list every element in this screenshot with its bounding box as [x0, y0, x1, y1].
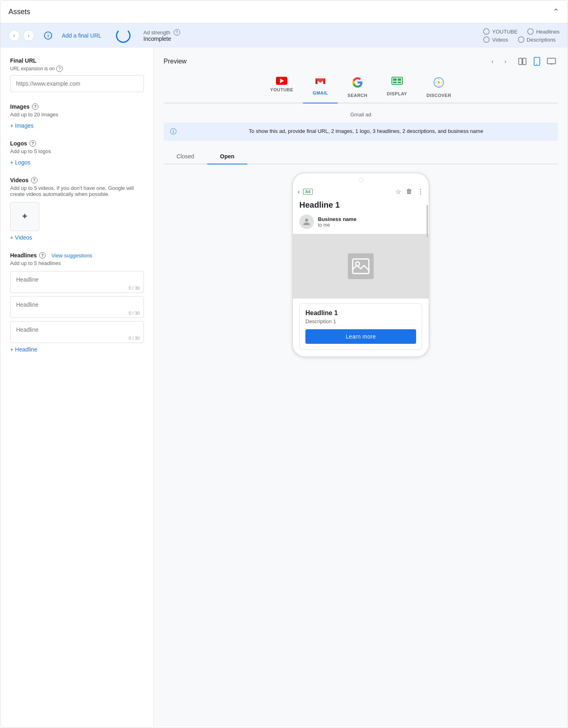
headlines-subtitle: Add up to 5 headlines [10, 260, 144, 266]
right-panel: Preview ‹ › [154, 48, 568, 726]
ad-strength-value: Incomplete [143, 36, 180, 42]
headline-input-1-wrap: 0 / 30 [10, 271, 144, 293]
sender-name: Business name [318, 216, 356, 222]
ad-card-description: Description 1 [305, 318, 416, 324]
tab-gmail[interactable]: GMAIL [303, 74, 338, 103]
headline-input-2[interactable] [10, 296, 144, 318]
phone-scrollbar [427, 205, 428, 237]
ad-strength-help-icon[interactable]: ? [174, 29, 180, 36]
preview-title: Preview [164, 58, 187, 65]
indicator-row-1: YOUTUBE Headlines [483, 28, 560, 35]
char-count-1: 0 / 30 [128, 286, 140, 290]
logos-help-icon[interactable]: ? [29, 140, 36, 147]
preview-desktop-view-button[interactable] [545, 56, 558, 67]
indicator-images: YOUTUBE [483, 28, 518, 35]
headlines-title: Headlines ? View suggestions [10, 252, 144, 259]
more-icon[interactable]: ⋮ [417, 188, 424, 196]
progress-circle [116, 28, 130, 43]
videos-title: Videos ? [10, 177, 144, 183]
sender-to: to me [318, 222, 356, 228]
nav-next-button[interactable]: › [23, 30, 34, 41]
trash-icon[interactable]: 🗑 [406, 188, 412, 196]
google-icon [352, 77, 363, 90]
tab-search-label: SEARCH [347, 93, 367, 98]
nav-prev-button[interactable]: ‹ [8, 30, 20, 41]
info-icon[interactable]: i [44, 32, 52, 40]
preview-split-view-button[interactable] [516, 56, 529, 67]
add-url-label[interactable]: Add a final URL [62, 32, 101, 39]
gmail-icon [315, 77, 326, 88]
char-count-3: 0 / 30 [128, 336, 140, 341]
tab-youtube[interactable]: YOUTUBE [261, 74, 303, 103]
tab-discover[interactable]: DISCOVER [417, 74, 461, 103]
email-sender: Business name to me [293, 213, 429, 234]
tab-open[interactable]: Open [207, 149, 248, 164]
headline-input-2-wrap: 0 / 30 [10, 296, 144, 318]
video-placeholder: ✦ [10, 202, 39, 231]
final-url-section: Final URL URL expansion is on ? [10, 57, 144, 92]
info-box-icon: ⓘ [170, 128, 177, 136]
logos-section: Logos ? Add up to 5 logos + Logos [10, 140, 144, 166]
headlines-section: Headlines ? View suggestions Add up to 5… [10, 252, 144, 353]
headline-input-3[interactable] [10, 321, 144, 343]
add-videos-button[interactable]: + Videos [10, 234, 144, 241]
main-content: Final URL URL expansion is on ? Images ?… [0, 48, 568, 726]
add-headline-button[interactable]: + Headline [10, 346, 144, 353]
final-url-title: Final URL [10, 57, 144, 64]
sender-avatar [299, 215, 314, 229]
url-input[interactable] [10, 75, 144, 92]
indicator-row-2: Videos Descriptions [483, 36, 560, 43]
url-expansion-label: URL expansion is on ? [10, 65, 144, 72]
ad-badge: Ad [303, 189, 312, 195]
svg-rect-10 [398, 78, 401, 81]
tab-closed[interactable]: Closed [164, 149, 207, 164]
videos-help-icon[interactable]: ? [31, 177, 38, 183]
sparkles-icon: ✦ [21, 211, 28, 222]
headline-input-3-wrap: 0 / 30 [10, 321, 144, 343]
images-subtitle: Add up to 20 images [10, 112, 144, 118]
indicator-circle-videos [483, 36, 490, 43]
preview-mobile-view-button[interactable] [530, 56, 543, 67]
page-title: Assets [8, 8, 30, 16]
sender-info: Business name to me [318, 216, 356, 228]
left-panel: Final URL URL expansion is on ? Images ?… [0, 48, 154, 726]
info-box-text: To show this ad, provide final URL, 2 im… [181, 127, 551, 135]
header: Assets ⌃ [0, 0, 568, 23]
view-suggestions-link[interactable]: View suggestions [51, 252, 92, 259]
videos-subtitle: Add up to 5 videos. If you don't have on… [10, 185, 144, 197]
tab-search[interactable]: SEARCH [338, 74, 377, 103]
preview-prev-button[interactable]: ‹ [487, 56, 498, 67]
platform-tabs: YOUTUBE GMAIL [164, 74, 558, 103]
ad-card: Headline 1 Description 1 Learn more [299, 303, 422, 350]
images-help-icon[interactable]: ? [32, 103, 38, 110]
collapse-button[interactable]: ⌃ [553, 7, 560, 17]
preview-next-button[interactable]: › [500, 56, 511, 67]
add-logos-button[interactable]: + Logos [10, 159, 144, 166]
svg-point-3 [536, 64, 537, 65]
star-icon[interactable]: ☆ [395, 188, 401, 196]
headlines-help-icon[interactable]: ? [39, 252, 46, 259]
phone-mockup: ‹ Ad ☆ 🗑 ⋮ Headline 1 [292, 173, 429, 357]
svg-rect-0 [519, 58, 522, 65]
char-count-2: 0 / 30 [128, 311, 140, 316]
info-box: ⓘ To show this ad, provide final URL, 2 … [164, 122, 558, 141]
svg-rect-11 [393, 82, 397, 83]
url-expansion-help-icon[interactable]: ? [56, 65, 63, 72]
image-placeholder-icon [348, 253, 374, 279]
indicator-descriptions: Descriptions [518, 36, 556, 43]
tab-display-label: DISPLAY [387, 91, 407, 96]
headline-input-1[interactable] [10, 271, 144, 293]
tab-display[interactable]: DISPLAY [377, 74, 417, 103]
phone-back-button[interactable]: ‹ [298, 188, 300, 196]
learn-more-button[interactable]: Learn more [305, 329, 416, 344]
nav-arrows: ‹ › [8, 30, 34, 41]
logos-title: Logos ? [10, 140, 144, 147]
add-images-button[interactable]: + Images [10, 122, 144, 129]
indicator-circle-headlines [527, 28, 534, 35]
svg-rect-4 [547, 58, 555, 64]
phone-toolbar: ‹ Ad ☆ 🗑 ⋮ [293, 185, 429, 199]
display-icon [391, 77, 403, 89]
svg-rect-1 [523, 58, 526, 65]
gmail-ad-label: Gmail ad [164, 112, 558, 118]
tab-youtube-label: YOUTUBE [270, 87, 293, 92]
